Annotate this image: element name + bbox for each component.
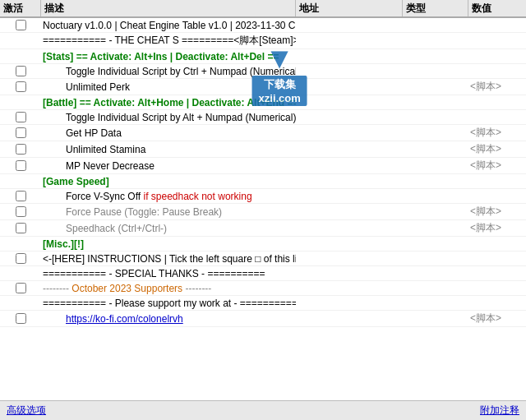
row-value-cell: [468, 288, 526, 289]
row-value-cell: [468, 243, 526, 245]
table-row: =========== - THE CHEAT S =========<脚本[S…: [0, 33, 526, 49]
row-desc-cell: [Game Speed]: [41, 175, 296, 188]
row-value-cell: [468, 117, 526, 118]
row-value-cell: <脚本>: [468, 79, 526, 95]
row-desc-cell: =========== - Please support my work at …: [41, 297, 296, 310]
row-desc-cell: Toggle Individual Script by Ctrl + Numpa…: [41, 65, 296, 78]
row-addr-cell: [296, 258, 403, 260]
row-type-cell: [403, 40, 468, 42]
row-addr-cell: [296, 318, 403, 320]
row-checkbox-cell: [0, 144, 41, 155]
row-addr-cell: [296, 40, 403, 42]
row-desc-cell: -------- October 2023 Supporters -------…: [41, 282, 296, 295]
row-type-cell: [403, 102, 468, 104]
row-addr-cell: [296, 56, 403, 58]
row-type-cell: [403, 149, 468, 150]
checkbox[interactable]: [16, 20, 26, 30]
table-row: Toggle Individual Script by Alt + Numpad…: [0, 110, 526, 125]
row-addr-cell: [296, 132, 403, 134]
row-value-cell: <脚本>: [468, 204, 526, 219]
checkbox[interactable]: [16, 81, 26, 92]
checkbox[interactable]: [16, 223, 26, 233]
row-value-cell: <脚本>: [468, 158, 526, 173]
row-desc-cell: Speedhack (Ctrl+/Ctrl-): [41, 222, 296, 235]
row-type-cell: [403, 56, 468, 58]
row-checkbox-cell: [0, 206, 41, 217]
row-type-cell: [403, 211, 468, 213]
row-value-cell: <脚本>: [468, 311, 526, 326]
row-type-cell: [403, 318, 468, 320]
checkbox[interactable]: [16, 66, 26, 76]
row-desc-cell: [Battle] == Activate: Alt+Home | Deactiv…: [41, 96, 296, 109]
checkbox[interactable]: [16, 127, 26, 138]
table-row: Force V-Sync Off if speedhack not workin…: [0, 189, 526, 204]
row-value-cell: [468, 181, 526, 182]
table-row: [Misc.][!]: [0, 237, 526, 252]
row-type-cell: [403, 228, 468, 229]
column-headers: 激活 描述 地址 类型 数值: [0, 0, 526, 18]
bottom-bar: 高级选项 附加注释: [0, 400, 526, 420]
table-row: <-[HERE] INSTRUCTIONS | Tick the left sq…: [0, 252, 526, 266]
table-row: MP Never Decrease<脚本>: [0, 158, 526, 174]
row-desc-cell: Force V-Sync Off if speedhack not workin…: [41, 190, 296, 203]
row-value-cell: [468, 258, 526, 260]
row-value-cell: <脚本>: [468, 220, 526, 236]
row-checkbox-cell: [0, 20, 41, 30]
add-notes-btn[interactable]: 附加注释: [480, 404, 519, 418]
table-row: Get HP Data<脚本>: [0, 125, 526, 141]
table-row: =========== - Please support my work at …: [0, 296, 526, 311]
checkbox[interactable]: [16, 144, 26, 155]
checkbox[interactable]: [16, 206, 26, 217]
row-checkbox-cell: [0, 127, 41, 138]
table-area[interactable]: ▼ 下载集xzii.com Noctuary v1.0.0 | Cheat En…: [0, 18, 526, 400]
row-addr-cell: [296, 181, 403, 182]
row-addr-cell: [296, 288, 403, 289]
checkbox[interactable]: [16, 191, 26, 201]
table-row: =========== - SPECIAL THANKS - =========…: [0, 266, 526, 281]
row-addr-cell: [296, 243, 403, 245]
row-desc-cell: https://ko-fi.com/colonelrvh: [41, 312, 296, 325]
advanced-options-btn[interactable]: 高级选项: [7, 404, 46, 418]
row-type-cell: [403, 302, 468, 304]
checkbox[interactable]: [16, 160, 26, 171]
row-desc-cell: [Misc.][!]: [41, 238, 296, 251]
checkbox[interactable]: [16, 313, 26, 324]
row-checkbox-cell: [0, 313, 41, 324]
row-checkbox-cell: [0, 112, 41, 122]
row-value-cell: [468, 102, 526, 104]
checkbox[interactable]: [16, 253, 26, 264]
row-type-cell: [403, 181, 468, 182]
row-addr-cell: [296, 273, 403, 275]
row-desc-cell: Toggle Individual Script by Alt + Numpad…: [41, 111, 296, 124]
row-desc-cell: MP Never Decrease: [41, 159, 296, 173]
table-row: [Stats] == Activate: Alt+Ins | Deactivat…: [0, 49, 526, 64]
row-checkbox-cell: [0, 283, 41, 293]
checkbox[interactable]: [16, 283, 26, 293]
row-checkbox-cell: [0, 191, 41, 201]
row-value-cell: [468, 273, 526, 275]
row-type-cell: [403, 132, 468, 134]
row-addr-cell: [296, 196, 403, 197]
row-type-cell: [403, 258, 468, 260]
row-checkbox-cell: [0, 223, 41, 233]
col-activate-header[interactable]: 激活: [0, 0, 41, 16]
row-desc-cell: Noctuary v1.0.0 | Cheat Engine Table v1.…: [41, 19, 296, 32]
row-addr-cell: [296, 228, 403, 229]
table-row: Unlimited Stamina<脚本>: [0, 141, 526, 158]
row-type-cell: [403, 288, 468, 289]
col-value-header[interactable]: 数值: [468, 0, 526, 16]
row-desc-cell: Unlimited Stamina: [41, 143, 296, 156]
row-addr-cell: [296, 86, 403, 88]
col-addr-header[interactable]: 地址: [296, 0, 403, 16]
row-type-cell: [403, 243, 468, 245]
row-desc-cell: =========== - SPECIAL THANKS - =========…: [41, 267, 296, 280]
row-addr-cell: [296, 25, 403, 26]
row-addr-cell: [296, 165, 403, 167]
row-checkbox-cell: [0, 160, 41, 171]
col-type-header[interactable]: 类型: [403, 0, 468, 16]
checkbox[interactable]: [16, 112, 26, 122]
col-desc-header[interactable]: 描述: [41, 0, 296, 16]
row-type-cell: [403, 117, 468, 118]
row-addr-cell: [296, 302, 403, 304]
table-row: Speedhack (Ctrl+/Ctrl-)<脚本>: [0, 220, 526, 237]
